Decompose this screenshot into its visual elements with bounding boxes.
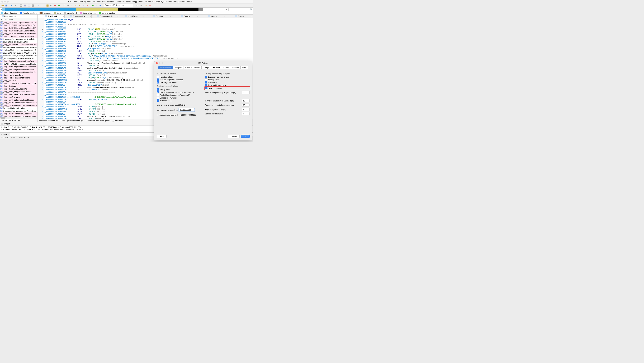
doc-tab[interactable]: Imports× — [199, 15, 226, 18]
functions-tab[interactable]: f Functions — [1, 15, 14, 18]
play-icon[interactable] — [91, 4, 94, 7]
function-row[interactable]: _imp__$s10Foundation9IndexPathV3E — [0, 115, 38, 117]
chk-comments[interactable]: Comments — [205, 81, 250, 84]
step-over-icon[interactable] — [139, 4, 142, 7]
save-icon[interactable] — [5, 4, 8, 7]
tool-icon[interactable] — [148, 4, 152, 7]
chk-auto-comments[interactable]: Auto comments — [205, 87, 222, 89]
function-row[interactable]: _imp__$s10Foundation11JSONEncode — [0, 104, 38, 107]
dialog-tab[interactable]: Disassembly — [158, 66, 173, 69]
pause-icon[interactable] — [95, 4, 98, 7]
nav-right-icon[interactable]: ▶ — [225, 9, 228, 10]
dialog-tab[interactable]: Misc — [241, 66, 248, 69]
tool-icon[interactable] — [67, 4, 70, 7]
back-icon[interactable] — [10, 4, 14, 7]
dialog-tab[interactable]: Graph — [222, 66, 231, 69]
right-margin-input[interactable] — [242, 108, 250, 111]
tool-icon[interactable] — [27, 4, 30, 7]
chk-borders[interactable]: Borders between data/code (non-graph) — [157, 91, 202, 93]
function-row[interactable]: _imp__swift_bridgeObjectRelease — [0, 90, 38, 93]
tool-icon[interactable] — [145, 4, 148, 7]
doc-tab[interactable]: Pseudocode-A× — [64, 15, 92, 18]
tool-icon[interactable] — [70, 4, 74, 7]
dialog-traffic-lights[interactable] — [156, 62, 163, 64]
close-icon[interactable]: × — [170, 15, 171, 17]
help-button[interactable]: Help — [157, 135, 166, 138]
function-row[interactable]: _imp__swift_release — [0, 96, 38, 99]
comment-indent-input[interactable] — [242, 104, 250, 107]
dialog-tab[interactable]: Lumina — [231, 66, 241, 69]
function-row[interactable]: static WAColor._custom_ChatSessionC — [0, 49, 38, 52]
tool-icon[interactable] — [24, 4, 26, 7]
close-icon[interactable]: × — [63, 15, 64, 17]
chk-use-segment-names[interactable]: Use segment names — [157, 81, 202, 84]
doc-tab[interactable]: IDA View-A× — [38, 15, 64, 18]
ok-button[interactable]: OK — [241, 135, 250, 138]
function-row[interactable]: _WACompanionLimitTitleWithUpsell — [0, 57, 38, 60]
function-row[interactable]: _imp__$sSaMa — [0, 79, 38, 82]
function-name-header[interactable]: Function name — [0, 18, 38, 21]
doc-tab[interactable]: Enums× — [172, 15, 199, 18]
spaces-tab-input[interactable] — [242, 112, 250, 115]
chk-empty-lines[interactable]: Empty lines — [157, 88, 202, 91]
tool-icon[interactable] — [40, 4, 44, 7]
sidebar-hscroll[interactable] — [0, 117, 38, 119]
function-row[interactable]: _imp__swift_getForeignTypeMetadata — [0, 93, 38, 96]
nav-left-icon[interactable]: ◀ — [0, 9, 2, 10]
function-row[interactable]: _imp__objc_msgSend — [0, 74, 38, 76]
function-row[interactable]: _imp__WAStringUnblockLoaderTitleGe — [0, 71, 38, 74]
function-row[interactable]: _imp__$sSqMa — [0, 85, 38, 88]
sidebar-tab-close-icon[interactable]: ⊗ — [14, 15, 16, 17]
function-row[interactable]: static WAColor._custom_CatalystSearcl — [0, 54, 38, 57]
function-row[interactable]: _imp__$s15UILibraryShared5LabelC16 — [0, 21, 38, 24]
tool-icon[interactable] — [78, 4, 81, 7]
text-icon[interactable]: A — [46, 4, 49, 7]
opcode-bytes-input[interactable] — [242, 91, 250, 94]
function-row[interactable]: _imp__$s4Core17ProductDescriptorC — [0, 35, 38, 38]
function-row[interactable]: _imp__objc_msgSendSuper2 — [0, 76, 38, 79]
function-row[interactable]: _WAStringMultiDeviceUpgradedHeader — [0, 63, 38, 65]
function-row[interactable]: _imp__WALocalizedStringFromTable — [0, 60, 38, 63]
debugger-select[interactable]: Remote iOS debugger — [104, 4, 133, 7]
doc-tab[interactable]: Structures× — [145, 15, 172, 18]
instr-indent-input[interactable] — [242, 99, 250, 102]
navigation-band[interactable]: ◀ ▶ 🔍 — [0, 8, 253, 12]
tool-icon[interactable] — [152, 4, 156, 7]
chk-stack-pointer[interactable]: Stack pointer — [205, 79, 250, 81]
close-icon[interactable]: × — [197, 15, 198, 17]
tool-icon[interactable] — [31, 4, 34, 7]
function-row[interactable]: _imp__WAStringNoInternetConnection — [0, 65, 38, 68]
dialog-tab[interactable]: Browser — [211, 66, 222, 69]
chk-include-segment-addresses[interactable]: Include segment addresses — [157, 79, 202, 81]
low-susp-input[interactable] — [179, 108, 195, 112]
close-icon[interactable] — [86, 4, 89, 7]
run-dot-icon[interactable] — [57, 4, 60, 7]
breakpoint-icon[interactable] — [54, 4, 57, 7]
tool-icon[interactable] — [20, 4, 23, 7]
function-row[interactable]: _imp__$s7WAUIKit18StaticPaletteColo — [0, 43, 38, 46]
step-icon[interactable] — [136, 4, 138, 7]
dialog-tab[interactable]: Cross-references — [184, 66, 202, 69]
search-icon[interactable] — [50, 4, 53, 7]
function-row[interactable]: PropertyListDecoder.init() — [0, 107, 38, 110]
chk-repeatable-comments[interactable]: Repeatable comments — [205, 84, 250, 86]
function-list[interactable]: _imp__$s15UILibraryShared5LabelC16_imp__… — [0, 21, 38, 117]
chk-line-prefixes[interactable]: Line prefixes (non-graph) — [205, 76, 250, 78]
open-icon[interactable] — [1, 4, 4, 7]
doc-tab[interactable]: Exports× — [226, 15, 253, 18]
chk-function-offsets[interactable]: Function offsets — [157, 76, 202, 78]
nav-search-input[interactable] — [228, 8, 249, 11]
function-row[interactable]: static StaticPaletteColor.I20() — [0, 41, 38, 43]
chk-basic-block-boundaries[interactable]: Basic block boundaries (non-graph) — [157, 94, 202, 96]
function-row[interactable]: type metadata accessor for PropertyLis — [0, 110, 38, 112]
close-icon[interactable]: × — [251, 15, 252, 17]
tool-icon[interactable] — [82, 4, 85, 7]
function-row[interactable]: _imp__$s25WAPaymentsTransactionE — [0, 32, 38, 35]
dialog-tab[interactable]: Analysis — [173, 66, 184, 69]
forward-icon[interactable] — [14, 4, 17, 7]
chk-try-block-lines[interactable]: Try block lines — [157, 99, 202, 102]
close-icon[interactable]: × — [144, 15, 144, 17]
function-row[interactable]: _imp__$s10Foundation6LocaleVMa — [0, 112, 38, 115]
function-row[interactable]: _imp__$s10Foundation11JSONEncode — [0, 101, 38, 104]
function-row[interactable]: _imp__$sSlsE3mapySayqd__Gqd__7E — [0, 82, 38, 85]
